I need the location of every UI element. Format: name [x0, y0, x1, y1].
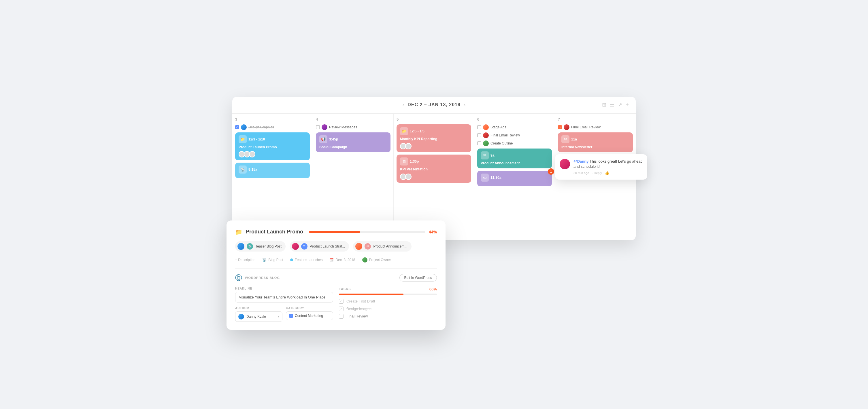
checkbox-design-graphics[interactable]: ✓ [235, 125, 239, 129]
cal-col-6: 6 Stage Ads Final Email Review Create Ou… [474, 114, 555, 240]
event-title-pres: KPI Presentation [400, 167, 468, 172]
author-label: AUTHOR [235, 307, 282, 310]
meta-blog-post: 📡 Blog Post [262, 258, 283, 262]
task-check-2[interactable]: ✓ [339, 307, 343, 311]
prev-arrow[interactable]: ‹ [399, 102, 407, 108]
task-row-review-messages[interactable]: Review Messages [316, 124, 391, 130]
task-row-final-email-col7[interactable]: ▪ Final Email Review [558, 124, 633, 130]
col-number-5: 5 [397, 117, 471, 122]
subtask-label-1: Teaser Blog Post [255, 244, 282, 248]
comment-text: @Danny This looks great! Let's go ahead … [574, 159, 643, 169]
event-product-launch-promo[interactable]: 📁 12/3 - 1/10 Product Launch Promo [235, 132, 310, 161]
screen-icon: 🖥 [400, 158, 408, 166]
comment-bubble: @Danny This looks great! Let's go ahead … [555, 154, 647, 180]
event-time-announcement: 9a [491, 154, 494, 158]
commenter-avatar [560, 159, 570, 169]
subtasks-row: 📡 Teaser Blog Post ☰ Product Launch Stra… [235, 241, 437, 251]
category-label: CATEGORY [286, 307, 333, 310]
event-social-campaign[interactable]: 📢 3:45p Social Campaign [316, 132, 391, 152]
avatar-pres-2 [405, 174, 411, 180]
wp-section: ⓑ WORDPRESS BLOG Edit In WordPress [235, 273, 437, 282]
tasks-progress-fill [339, 294, 403, 295]
folder-icon-bottom: 📡 [239, 166, 247, 174]
share-icon[interactable]: ↗ [618, 102, 622, 108]
event-title-promo: Product Launch Promo [239, 145, 306, 150]
checkbox-final-email-col6[interactable] [477, 133, 481, 137]
task-label-final-email-col6: Final Email Review [491, 133, 520, 137]
left-col: HEADLINE Visualize Your Team's Entire Wo… [235, 287, 333, 322]
event-time-col3-bottom: 9:15a [248, 168, 257, 172]
detail-panel: 📁 Product Launch Promo 44% 📡 Teaser Blog… [226, 220, 445, 330]
toolbar: ⊞ ☰ ↗ + [602, 102, 629, 108]
event-kpi-presentation[interactable]: 🖥 1:30p KPI Presentation [397, 155, 471, 183]
like-icon[interactable]: 👍 [605, 171, 609, 175]
subtask-icon-1: 📡 [247, 243, 253, 249]
comment-reply[interactable]: · Reply [592, 171, 602, 175]
task-row-create-outline[interactable]: Create Outline [477, 140, 552, 146]
right-col: TASKS 66% ✓ Create First Draft ✓ Design … [339, 287, 437, 322]
avatar-col6-2 [483, 132, 489, 138]
meta-category: Feature Launches [295, 258, 323, 262]
subtask-label-2: Product Launch Strat... [310, 244, 345, 248]
next-arrow[interactable]: › [461, 102, 469, 108]
subtask-chip-3[interactable]: ✉ Product Announcem... [353, 241, 411, 251]
task-check-3[interactable] [339, 314, 343, 319]
task-item-3: Final Review [339, 314, 437, 319]
folder-icon-event: 📁 [239, 135, 247, 143]
subtask-avatar-1 [238, 243, 244, 250]
add-icon[interactable]: + [626, 102, 629, 108]
task-row-stage-ads[interactable]: Stage Ads [477, 124, 552, 130]
category-value: Content Marketing [295, 314, 323, 318]
checkbox-create-outline[interactable] [477, 141, 481, 145]
task-row-final-email-col6[interactable]: Final Email Review [477, 132, 552, 138]
event-time-social: 3:45p [329, 137, 338, 141]
feature-dot [290, 259, 293, 261]
list-icon[interactable]: ☰ [610, 102, 614, 108]
checkbox-stage-ads[interactable] [477, 125, 481, 129]
subtask-chip-1[interactable]: 📡 Teaser Blog Post [235, 241, 286, 251]
tag-icon: 🏷 [481, 174, 489, 182]
task-label-design-images: Design Images [346, 307, 371, 311]
subtask-icon-3: ✉ [365, 243, 371, 249]
calendar-meta-icon: 📅 [330, 258, 334, 262]
event-title-kpi: Monthly KPI Reporting [400, 137, 468, 142]
event-internal-newsletter[interactable]: ✉ 11a Internal Newsletter [558, 132, 633, 152]
edit-in-wordpress-button[interactable]: Edit In WordPress [399, 274, 437, 281]
event-col6-bottom[interactable]: 1 🏷 11:30a [477, 171, 552, 186]
meta-owner: Project Owner [362, 257, 391, 263]
task-label-create-first-draft: Create First Draft [346, 299, 375, 303]
meta-date: 📅 Dec. 3, 2018 [330, 258, 355, 262]
task-item-1: ✓ Create First Draft [339, 299, 437, 304]
avatar-col3-task [241, 124, 247, 130]
rss-icon: 📡 [262, 258, 267, 262]
subtask-chip-2[interactable]: ☰ Product Launch Strat... [290, 241, 349, 251]
event-kpi-reporting[interactable]: 📁 12/5 - 1/5 Monthly KPI Reporting [397, 124, 471, 152]
headline-input[interactable]: Visualize Your Team's Entire Workload In… [235, 292, 333, 303]
meta-feature-launches[interactable]: Feature Launches [290, 258, 323, 262]
panel-title: Product Launch Promo [246, 229, 303, 235]
checkbox-final-email-col7[interactable]: ▪ [558, 125, 562, 129]
task-check-1[interactable]: ✓ [339, 299, 343, 304]
comment-body: @Danny This looks great! Let's go ahead … [574, 159, 643, 175]
progress-pct: 44% [429, 230, 437, 234]
checkbox-review-messages[interactable] [316, 125, 320, 129]
col-number-3: 3 [235, 117, 310, 122]
meta-date-value: Dec. 3, 2018 [336, 258, 355, 262]
col-number-4: 4 [316, 117, 391, 122]
mail-icon-newsletter: ✉ [561, 135, 569, 143]
owner-avatar [362, 257, 367, 263]
subtask-icon-2: ☰ [301, 243, 308, 249]
event-time-newsletter: 11a [571, 137, 577, 141]
avatar-col4-task [321, 124, 328, 130]
category-tag: ✓ Content Marketing [286, 311, 333, 320]
add-description[interactable]: + Description [235, 258, 255, 262]
author-select[interactable]: Danny Kvale ▾ [235, 311, 282, 322]
avatars-row-pres [400, 174, 468, 180]
task-label-final-review: Final Review [346, 314, 368, 318]
task-row-design-graphics[interactable]: ✓ Design Graphics [235, 124, 310, 130]
event-product-announcement[interactable]: ✉ 9a Product Announcement [477, 148, 552, 169]
event-col3-bottom[interactable]: 📡 9:15a [235, 163, 310, 178]
meta-owner-label: Project Owner [369, 258, 391, 262]
panel-body: HEADLINE Visualize Your Team's Entire Wo… [235, 287, 437, 322]
calendar-icon[interactable]: ⊞ [602, 102, 606, 108]
